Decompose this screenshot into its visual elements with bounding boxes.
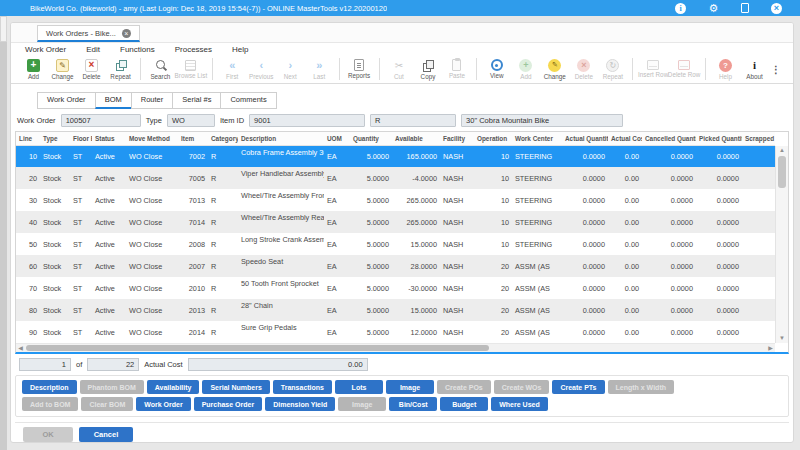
cell-item: 2014 xyxy=(178,321,208,343)
table-row[interactable]: 20StockSTActiveWO Close7005RViper Handle… xyxy=(16,167,775,189)
bookmark-icon[interactable] xyxy=(741,3,749,13)
column-header-line: Line xyxy=(16,132,40,145)
toolbar-search-button[interactable]: Search xyxy=(146,59,175,80)
cell-move-method: WO Close xyxy=(126,255,178,277)
table-row[interactable]: 10StockSTActiveWO Close7002RCobra Frame … xyxy=(16,145,775,167)
item-id-field[interactable]: 9001 xyxy=(249,114,365,127)
toolbar-repeat-button[interactable]: Repeat xyxy=(106,59,135,80)
scroll-right-icon[interactable]: ▶ xyxy=(766,344,775,352)
cell-work-center: ASSM (AS xyxy=(512,299,562,321)
toolbar-change-button[interactable]: Change xyxy=(48,59,77,80)
cell-cancelled-quantity: 0.0000 xyxy=(642,255,696,277)
cell-available: 265.0000 xyxy=(392,211,440,233)
action-image-button[interactable]: Image xyxy=(386,380,434,394)
scroll-left-icon[interactable]: ◀ xyxy=(16,344,25,352)
table-row[interactable]: 70StockSTActiveWO Close2010R50 Tooth Fro… xyxy=(16,277,775,299)
menu-edit[interactable]: Edit xyxy=(86,45,100,54)
cut-icon xyxy=(392,59,405,72)
cell-actual-quantity: 0.0000 xyxy=(562,299,608,321)
toolbar-add-button: Add xyxy=(511,59,540,80)
action-lots-button[interactable]: Lots xyxy=(335,380,383,394)
item-description-field[interactable]: 30" Cobra Mountain Bike xyxy=(461,114,623,127)
item-category-field[interactable]: R xyxy=(370,114,456,127)
menu-work-order[interactable]: Work Order xyxy=(25,45,66,54)
action-dimension-yield-button[interactable]: Dimension Yield xyxy=(265,397,335,411)
work-order-field[interactable]: 100507 xyxy=(61,114,141,127)
delete-icon xyxy=(85,59,98,72)
toolbar-view-button[interactable]: View xyxy=(482,59,511,79)
toolbar-reports-button[interactable]: Reports xyxy=(345,59,374,79)
menu-help[interactable]: Help xyxy=(232,45,248,54)
reports-icon xyxy=(354,59,364,71)
cell-floor-bom: ST xyxy=(70,167,92,189)
table-row[interactable]: 30StockSTActiveWO Close7013RWheel/Tire A… xyxy=(16,189,775,211)
current-record-field[interactable]: 1 xyxy=(19,358,71,371)
cell-picked-quantity: 0.0000 xyxy=(696,211,742,233)
subtab-router[interactable]: Router xyxy=(131,92,174,109)
toolbar-delete-button[interactable]: Delete xyxy=(77,59,106,80)
toolbar-copy-button[interactable]: Copy xyxy=(413,59,442,80)
cell-item: 2013 xyxy=(178,299,208,321)
table-row[interactable]: 40StockSTActiveWO Close7014RWheel/Tire A… xyxy=(16,211,775,233)
window-tabstrip: Work Orders - Bike... xyxy=(11,23,793,43)
cell-category: R xyxy=(208,255,238,277)
action-budget-button[interactable]: Budget xyxy=(440,397,488,411)
action-availability-button[interactable]: Availability xyxy=(147,380,200,394)
cell-available: 265.0000 xyxy=(392,189,440,211)
cell-description: Wheel/Tire Assembly Rear-16" xyxy=(238,211,324,233)
toolbar-next-button: Next xyxy=(276,59,305,80)
table-row[interactable]: 50StockSTActiveWO Close2008RLong Stroke … xyxy=(16,233,775,255)
table-row[interactable]: 60StockSTActiveWO Close2007RSpeedo SeatE… xyxy=(16,255,775,277)
type-field[interactable]: WO xyxy=(167,114,215,127)
footer-buttons: OK Cancel xyxy=(15,422,789,442)
cell-floor-bom: ST xyxy=(70,189,92,211)
settings-icon[interactable] xyxy=(708,3,719,14)
subtab-row: Work OrderBOMRouterSerial #sComments xyxy=(37,92,793,109)
cancel-button[interactable]: Cancel xyxy=(79,427,133,442)
table-row[interactable]: 90StockSTActiveWO Close2014RSure Grip Pe… xyxy=(16,321,775,343)
tab-work-orders[interactable]: Work Orders - Bike... xyxy=(37,25,140,42)
horizontal-scrollbar-thumb[interactable] xyxy=(26,345,489,351)
toolbar-separator xyxy=(476,58,477,80)
action-purchase-order-button[interactable]: Purchase Order xyxy=(194,397,263,411)
subtab-bom[interactable]: BOM xyxy=(95,92,132,109)
toolbar-change-button[interactable]: Change xyxy=(540,59,569,80)
table-row[interactable]: 80StockSTActiveWO Close2013R28" ChainEA5… xyxy=(16,299,775,321)
vertical-scrollbar-thumb[interactable] xyxy=(778,156,786,188)
column-header-picked-quantity: Picked Quantity xyxy=(696,132,742,145)
info-icon[interactable] xyxy=(675,3,686,14)
menubar: Work OrderEditFunctionsProcessesHelp xyxy=(11,43,793,56)
cell-actual-quantity: 0.0000 xyxy=(562,233,608,255)
vertical-scrollbar[interactable]: ▲ ▼ xyxy=(775,146,788,343)
cell-available: 28.0000 xyxy=(392,255,440,277)
search-icon xyxy=(154,59,167,72)
cell-description: Speedo Seat xyxy=(238,255,324,277)
horizontal-scrollbar[interactable]: ◀ ▶ xyxy=(16,343,775,352)
action-where-used-button[interactable]: Where Used xyxy=(491,397,547,411)
toolbar-browse-list-button: Browse List xyxy=(175,60,207,79)
toolbar-separator xyxy=(339,58,340,80)
toolbar-about-button[interactable]: About xyxy=(740,59,769,80)
tab-close-icon[interactable] xyxy=(122,29,131,38)
action-transactions-button[interactable]: Transactions xyxy=(273,380,332,394)
close-icon[interactable] xyxy=(771,3,782,14)
toolbar-overflow-button[interactable]: ⋮ xyxy=(769,64,783,75)
last-icon xyxy=(313,59,326,72)
action-bin-cost-button[interactable]: Bin/Cost xyxy=(389,397,437,411)
action-serial-numbers-button[interactable]: Serial Numbers xyxy=(202,380,269,394)
scroll-up-icon[interactable]: ▲ xyxy=(776,146,788,155)
action-work-order-button[interactable]: Work Order xyxy=(136,397,190,411)
menu-processes[interactable]: Processes xyxy=(175,45,212,54)
subtab-work-order[interactable]: Work Order xyxy=(37,92,96,109)
cell-status: Active xyxy=(92,277,126,299)
toolbar-add-button[interactable]: Add xyxy=(19,59,48,80)
action-description-button[interactable]: Description xyxy=(22,380,77,394)
cell-uom: EA xyxy=(324,255,350,277)
action-create-pts-button[interactable]: Create PTs xyxy=(552,380,604,394)
scroll-down-icon[interactable]: ▼ xyxy=(776,334,788,343)
menu-functions[interactable]: Functions xyxy=(120,45,155,54)
action-clear-bom-button: Clear BOM xyxy=(81,397,133,411)
subtab-comments[interactable]: Comments xyxy=(220,92,276,109)
subtab-serial-s[interactable]: Serial #s xyxy=(172,92,221,109)
cell-work-center: STEERING xyxy=(512,233,562,255)
